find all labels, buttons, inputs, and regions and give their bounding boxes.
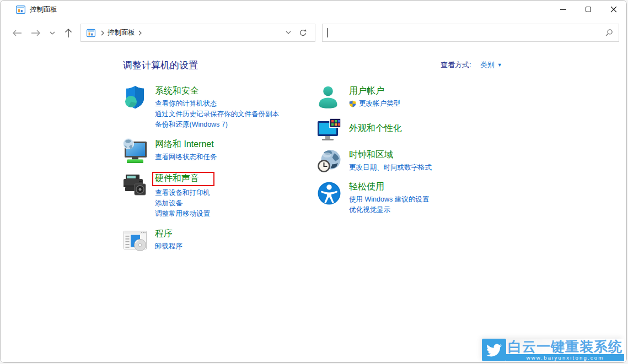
category-task-link[interactable]: 查看网络状态和任务	[155, 152, 217, 162]
up-button[interactable]	[61, 26, 76, 40]
category-title-link[interactable]: 硬件和声音	[152, 172, 214, 186]
back-arrow-icon	[12, 30, 22, 36]
watermark-text-block: 白云一键重装系统 www.baiyunxitong.com	[506, 339, 624, 361]
search-input[interactable]	[322, 24, 619, 42]
category-title-link[interactable]: 系统和安全	[155, 85, 199, 96]
category-item: 网络和 Internet查看网络状态和任务	[122, 138, 312, 164]
view-by-label: 查看方式:	[441, 60, 471, 70]
chevron-down-icon	[50, 31, 55, 35]
watermark: 白云一键重装系统 www.baiyunxitong.com	[482, 339, 624, 361]
address-bar[interactable]: 控制面板	[80, 24, 315, 42]
category-item: 外观和个性化	[316, 116, 525, 143]
category-item: 轻松使用使用 Windows 建议的设置优化视觉显示	[316, 180, 525, 215]
category-task-link[interactable]: 备份和还原(Windows 7)	[155, 119, 279, 130]
security-shield-icon[interactable]	[122, 84, 148, 111]
category-task-link[interactable]: 通过文件历史记录保存你的文件备份副本	[155, 109, 279, 119]
view-by-category-link[interactable]: 类别	[480, 60, 495, 70]
category-title-link[interactable]: 时钟和区域	[349, 149, 393, 160]
category-column-left: 系统和安全查看你的计算机状态通过文件历史记录保存你的文件备份副本备份和还原(Wi…	[122, 84, 312, 261]
window-controls	[550, 1, 626, 18]
chevron-down-icon	[286, 31, 291, 35]
category-item: 时钟和区域更改日期、时间或数字格式	[316, 148, 525, 175]
control-panel-icon	[16, 5, 25, 14]
back-button[interactable]	[10, 26, 24, 40]
uac-shield-icon	[349, 100, 356, 107]
refresh-icon	[299, 29, 307, 37]
control-panel-window: 控制面板 控制面板	[0, 0, 627, 363]
view-by-dropdown-arrow-icon[interactable]: ▼	[497, 62, 502, 68]
recent-locations-button[interactable]	[47, 29, 57, 37]
breadcrumb-chevron-icon[interactable]	[138, 30, 142, 36]
close-icon	[610, 6, 617, 13]
category-title-link[interactable]: 轻松使用	[349, 181, 384, 192]
watermark-url: www.baiyunxitong.com	[506, 354, 624, 361]
category-item: 用户帐户更改帐户类型	[316, 84, 525, 111]
search-icon[interactable]	[605, 29, 613, 37]
twitter-bird-icon	[482, 339, 506, 361]
category-task-link[interactable]: 添加设备	[155, 198, 214, 209]
programs-icon[interactable]	[122, 227, 148, 253]
category-column-right: 用户帐户更改帐户类型外观和个性化时钟和区域更改日期、时间或数字格式轻松使用使用 …	[316, 84, 525, 221]
category-title-link[interactable]: 程序	[155, 228, 173, 239]
maximize-icon	[586, 7, 591, 12]
category-task-link[interactable]: 使用 Windows 建议的设置	[349, 194, 429, 205]
hardware-sound-icon[interactable]	[122, 172, 148, 198]
watermark-title: 白云一键重装系统	[506, 339, 624, 354]
category-task-link[interactable]: 更改帐户类型	[349, 99, 400, 109]
breadcrumb-chevron-icon[interactable]	[101, 30, 104, 36]
forward-arrow-icon	[31, 30, 41, 36]
category-item: 硬件和声音查看设备和打印机添加设备调整常用移动设置	[122, 172, 312, 219]
title-bar: 控制面板	[1, 1, 626, 18]
minimize-icon	[560, 9, 566, 10]
previous-locations-dropdown[interactable]	[280, 31, 297, 35]
category-task-link[interactable]: 优化视觉显示	[349, 205, 429, 215]
category-task-link[interactable]: 调整常用移动设置	[155, 209, 214, 219]
clock-region-icon[interactable]	[316, 148, 342, 175]
close-button[interactable]	[601, 1, 626, 18]
view-by-control: 查看方式: 类别 ▼	[441, 60, 502, 70]
ease-of-access-icon[interactable]	[316, 180, 342, 207]
window-title: 控制面板	[30, 5, 57, 14]
text-caret	[327, 28, 328, 37]
up-arrow-icon	[65, 28, 72, 38]
refresh-button[interactable]	[297, 29, 310, 37]
breadcrumb-item[interactable]: 控制面板	[108, 28, 135, 37]
control-panel-icon[interactable]	[87, 29, 95, 37]
category-task-link[interactable]: 卸载程序	[155, 241, 183, 252]
category-task-link[interactable]: 查看你的计算机状态	[155, 99, 279, 109]
category-task-link[interactable]: 查看设备和打印机	[155, 188, 214, 198]
category-task-link[interactable]: 更改日期、时间或数字格式	[349, 162, 432, 173]
category-item: 程序卸载程序	[122, 227, 312, 253]
forward-button[interactable]	[29, 26, 43, 40]
appearance-personalization-icon[interactable]	[316, 116, 342, 143]
user-accounts-icon[interactable]	[316, 84, 342, 111]
page-title: 调整计算机的设置	[123, 59, 198, 72]
network-internet-icon[interactable]	[122, 138, 148, 164]
maximize-button[interactable]	[576, 1, 601, 18]
category-item: 系统和安全查看你的计算机状态通过文件历史记录保存你的文件备份副本备份和还原(Wi…	[122, 84, 312, 130]
category-title-link[interactable]: 用户帐户	[349, 85, 384, 96]
minimize-button[interactable]	[550, 1, 576, 18]
category-title-link[interactable]: 网络和 Internet	[155, 139, 214, 150]
category-title-link[interactable]: 外观和个性化	[349, 123, 402, 134]
